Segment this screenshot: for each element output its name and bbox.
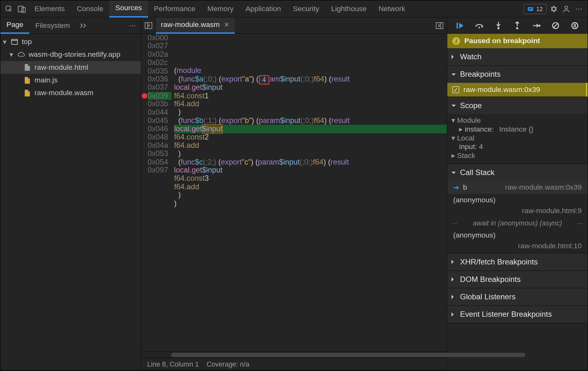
section-watch[interactable]: Watch: [447, 48, 588, 66]
section-global[interactable]: Global Listeners: [447, 288, 588, 306]
svg-rect-1: [18, 6, 23, 12]
line-number[interactable]: 0x053: [148, 150, 171, 158]
step-over-icon[interactable]: [474, 20, 485, 31]
tree-top[interactable]: ▾ top: [0, 36, 141, 48]
callstack-frame[interactable]: (anonymous): [447, 229, 588, 242]
issues-pill[interactable]: 12: [524, 3, 546, 14]
callstack-frame[interactable]: (anonymous): [447, 194, 588, 207]
horizontal-scrollbar[interactable]: [141, 352, 447, 358]
code-line[interactable]: f64.const 1: [174, 92, 447, 100]
code-line[interactable]: f64.add: [174, 141, 447, 150]
code-line[interactable]: (func $c (;2;) (export "c") (param $inpu…: [174, 158, 447, 166]
tab-application[interactable]: Application: [240, 0, 287, 17]
section-breakpoints[interactable]: Breakpoints raw-module.wasm:0x39: [447, 66, 588, 97]
file-icon: [23, 90, 31, 97]
line-number[interactable]: 0x097: [148, 166, 171, 174]
navigator-tab-filesystem[interactable]: Filesystem: [29, 17, 76, 34]
code-line[interactable]: local.get $input: [174, 166, 447, 174]
line-number[interactable]: 0x048: [148, 133, 171, 141]
line-number[interactable]: 0x03b: [148, 100, 171, 108]
tree-domain[interactable]: ▾ wasm-dbg-stories.netlify.app: [0, 48, 141, 61]
code-line[interactable]: local.get $input: [174, 125, 447, 133]
checkbox-checked-icon[interactable]: [452, 86, 459, 93]
code-line[interactable]: f64.const 3: [174, 174, 447, 183]
callstack-frame-current[interactable]: ➔ b raw-module.wasm:0x39: [447, 181, 588, 194]
device-toggle-icon[interactable]: [16, 3, 28, 15]
line-number[interactable]: 0x02c: [148, 59, 171, 67]
scope-var-input[interactable]: input: 4: [451, 143, 588, 151]
tab-elements[interactable]: Elements: [29, 0, 71, 17]
breakpoint-marker[interactable]: [142, 93, 147, 99]
svg-rect-21: [573, 24, 574, 27]
code-line[interactable]: ): [174, 108, 447, 116]
code-line[interactable]: f64.add: [174, 100, 447, 108]
editor-tab[interactable]: raw-module.wasm ✕: [156, 17, 235, 34]
step-into-icon[interactable]: [493, 20, 504, 31]
toggle-debugger-icon[interactable]: [432, 17, 447, 34]
section-dom[interactable]: DOM Breakpoints: [447, 271, 588, 288]
code-line[interactable]: (module: [174, 67, 447, 75]
overflow-icon[interactable]: [79, 23, 87, 29]
line-number[interactable]: 0x044: [148, 108, 171, 116]
line-number[interactable]: 0x027: [148, 42, 171, 50]
tab-security[interactable]: Security: [287, 0, 325, 17]
step-out-icon[interactable]: [512, 20, 523, 31]
code-line[interactable]: (func $a (;0;) (export "a") (param $inpu…: [174, 75, 447, 83]
code-line[interactable]: f64.const 2: [174, 133, 447, 141]
info-icon: i: [452, 37, 460, 45]
callstack-location: raw-module.html:9: [447, 207, 588, 218]
pause-exceptions-icon[interactable]: [569, 20, 580, 31]
toggle-navigator-icon[interactable]: [141, 17, 156, 34]
navigator-tab-page[interactable]: Page: [0, 17, 29, 34]
code-line[interactable]: ): [174, 199, 447, 208]
breakpoint-row[interactable]: raw-module.wasm:0x39: [447, 83, 588, 96]
debugger-toolbar: [447, 17, 588, 34]
code-editor[interactable]: 0x0000x0270x02a0x02c0x0350x0360x0370x039…: [141, 34, 447, 351]
step-icon[interactable]: [531, 20, 542, 31]
tab-sources[interactable]: Sources: [109, 0, 148, 17]
close-icon[interactable]: ✕: [224, 21, 230, 29]
tab-lighthouse[interactable]: Lighthouse: [325, 0, 373, 17]
line-number[interactable]: 0x035: [148, 67, 171, 75]
scope-local[interactable]: ▾ Local: [451, 134, 588, 143]
account-icon[interactable]: [560, 3, 572, 15]
line-number[interactable]: 0x037: [148, 83, 171, 92]
scope-module[interactable]: ▾ Module: [451, 116, 588, 125]
tree-file[interactable]: raw-module.html: [0, 61, 141, 74]
code-line[interactable]: local.get $input: [174, 83, 447, 92]
scope-instance[interactable]: ▸ instance: Instance {}: [451, 125, 588, 133]
tab-memory[interactable]: Memory: [201, 0, 240, 17]
section-scope[interactable]: Scope ▾ Module ▸ instance: Instance {} ▾…: [447, 97, 588, 164]
code-line[interactable]: f64.add: [174, 183, 447, 191]
line-number[interactable]: 0x02a: [148, 50, 171, 59]
svg-point-15: [497, 27, 500, 29]
line-number[interactable]: 0x054: [148, 158, 171, 166]
line-number[interactable]: 0x000: [148, 34, 171, 42]
resume-icon[interactable]: [455, 20, 466, 31]
line-number[interactable]: 0x046: [148, 125, 171, 133]
code-line[interactable]: ): [174, 150, 447, 158]
tree-file[interactable]: raw-module.wasm: [0, 87, 141, 99]
gear-icon[interactable]: [547, 3, 559, 15]
code-line[interactable]: ): [174, 191, 447, 199]
line-number[interactable]: 0x04a: [148, 141, 171, 150]
navigator-more-icon[interactable]: ⋯: [125, 21, 141, 29]
tab-performance[interactable]: Performance: [148, 0, 201, 17]
inspect-icon[interactable]: [3, 3, 15, 15]
tab-network[interactable]: Network: [373, 0, 411, 17]
tree-file[interactable]: main.js: [0, 74, 141, 87]
line-number[interactable]: 0x039: [148, 92, 171, 100]
section-xhr[interactable]: XHR/fetch Breakpoints: [447, 253, 588, 271]
code-line[interactable]: (func $b (;1;) (export "b") (param $inpu…: [174, 116, 447, 125]
deactivate-bp-icon[interactable]: [550, 20, 561, 31]
scope-stack[interactable]: ▸ Stack: [451, 151, 588, 160]
line-number[interactable]: 0x045: [148, 117, 171, 125]
editor-pane: raw-module.wasm ✕ 0x0000x0270x02a0x02c0x…: [141, 17, 447, 370]
section-callstack[interactable]: Call Stack ➔ b raw-module.wasm:0x39 (ano…: [447, 164, 588, 253]
line-number[interactable]: 0x036: [148, 75, 171, 83]
section-event[interactable]: Event Listener Breakpoints: [447, 306, 588, 323]
tab-console[interactable]: Console: [71, 0, 109, 17]
svg-point-16: [516, 27, 519, 29]
more-icon[interactable]: ⋯: [573, 3, 585, 15]
cloud-icon: [17, 52, 25, 58]
